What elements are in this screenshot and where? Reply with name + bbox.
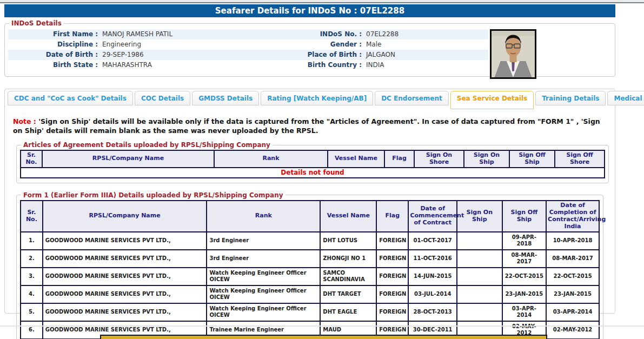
place-of-birth-value: JALGAON <box>365 50 488 60</box>
bottom-notice-panel-cropped <box>100 335 547 339</box>
tab-training-details[interactable]: Training Details <box>535 91 606 105</box>
sea-service-cell: FOREIGN <box>376 232 408 250</box>
sea-service-cell: 02-MAY-2012 <box>546 321 599 339</box>
form1-header-row: Sr.No.RPSL/Company NameRankVessel NameFl… <box>21 201 599 232</box>
detail-row-birth: Date of Birth : 29-SEP-1986 Place of Bir… <box>8 50 488 60</box>
tab-medical-fitness-certificate[interactable]: Medical Fitness Certificate <box>607 91 644 105</box>
details-not-found-message: Details not found <box>21 168 605 178</box>
discipline-label: Discipline : <box>8 39 101 50</box>
sea-service-cell: DHT TARGET <box>320 285 376 303</box>
date-of-birth-label: Date of Birth : <box>8 50 101 60</box>
articles-of-agreement-section: Articles of Agreement Details uploaded b… <box>16 141 609 183</box>
note-body: 'Sign on Ship' details will be available… <box>13 117 600 135</box>
sea-service-row: 5.GOODWOOD MARINE SERVICES PVT LTD.,Watc… <box>21 303 599 321</box>
column-header: Sign On Shore <box>414 150 464 168</box>
articles-empty-row: Details not found <box>21 168 605 178</box>
sea-service-cell: 28-OCT-2013 <box>408 303 457 321</box>
sea-service-cell: 6. <box>21 321 43 339</box>
sea-service-cell: DHT LOTUS <box>320 232 376 250</box>
sea-service-row: 4.GOODWOOD MARINE SERVICES PVT LTD.,Watc… <box>21 285 599 303</box>
first-name-value: MANOJ RAMESH PATIL <box>101 29 263 39</box>
tab-cdc-coc-as-cook-details[interactable]: CDC and "CoC as Cook" Details <box>8 91 133 105</box>
note-prefix: Note : <box>13 117 36 125</box>
sea-service-cell: FOREIGN <box>376 285 408 303</box>
note-text: Note : 'Sign on Ship' details will be av… <box>13 117 607 135</box>
sea-service-cell: 3rd Engineer <box>207 232 320 250</box>
column-header: Sign Off Ship <box>502 201 547 232</box>
browser-top-strip <box>0 0 644 3</box>
column-header: Sign Off Shore <box>555 150 605 168</box>
first-name-label: First Name : <box>8 29 101 39</box>
sea-service-cell: SAMCO SCANDINAVIA <box>320 268 376 285</box>
column-header: Rank <box>207 201 320 232</box>
sea-service-row: 1.GOODWOOD MARINE SERVICES PVT LTD.,3rd … <box>21 232 599 250</box>
sea-service-cell: GOODWOOD MARINE SERVICES PVT LTD., <box>43 250 207 268</box>
birth-state-value: MAHARASHTRA <box>101 60 263 70</box>
tab-sea-service-details[interactable]: Sea Service Details <box>450 91 534 109</box>
sea-service-cell: 22-OCT-2015 <box>546 268 599 285</box>
tab-bar: CDC and "CoC as Cook" DetailsCOC Details… <box>8 91 612 106</box>
indos-no-value: 07EL2288 <box>365 29 488 39</box>
tab-coc-details[interactable]: COC Details <box>135 91 190 105</box>
place-of-birth-label: Place of Birth : <box>263 50 365 60</box>
indos-detail-rows: First Name : MANOJ RAMESH PATIL INDoS No… <box>8 29 488 70</box>
discipline-value: Engineering <box>101 39 263 50</box>
column-header: Flag <box>376 201 408 232</box>
column-header: Sr.No. <box>21 201 43 232</box>
form1-sea-service-table: Sr.No.RPSL/Company NameRankVessel NameFl… <box>20 200 600 339</box>
indos-details-legend: INDoS Details <box>9 19 64 27</box>
tab-gmdss-details[interactable]: GMDSS Details <box>192 91 259 105</box>
sea-service-cell: 08-MAR-2017 <box>502 250 547 268</box>
gender-value: Male <box>365 39 488 50</box>
articles-of-agreement-legend: Articles of Agreement Details uploaded b… <box>21 141 273 149</box>
seafarer-photo-graphic <box>492 31 535 77</box>
sea-service-cell: GOODWOOD MARINE SERVICES PVT LTD., <box>43 232 207 250</box>
tab-rating-watch-keeping-ab[interactable]: Rating [Watch Keeping/AB] <box>261 91 373 105</box>
sea-service-cell: 23-JAN-2015 <box>546 285 599 303</box>
birth-country-value: INDIA <box>365 60 488 70</box>
sea-service-cell: 2. <box>21 250 43 268</box>
articles-header-row: Sr.No.RPSL/Company NameRankVessel NameFl… <box>21 150 605 168</box>
column-header: Rank <box>214 150 328 168</box>
sea-service-cell <box>457 303 502 321</box>
sea-service-cell <box>457 232 502 250</box>
column-header: Vessel Name <box>328 150 384 168</box>
detail-row-discipline: Discipline : Engineering Gender : Male <box>8 39 488 50</box>
detail-row-name: First Name : MANOJ RAMESH PATIL INDoS No… <box>8 29 488 39</box>
tab-dc-endorsement[interactable]: DC Endorsement <box>375 91 449 105</box>
sea-service-cell: 3. <box>21 268 43 285</box>
date-of-birth-value: 29-SEP-1986 <box>101 50 263 60</box>
sea-service-cell: 23-JAN-2015 <box>502 285 547 303</box>
sea-service-cell: 14-JUN-2015 <box>408 268 457 285</box>
sea-service-cell: Watch Keeping Engineer Officer OICEW <box>207 285 320 303</box>
sea-service-cell <box>457 250 502 268</box>
column-header: Date of Commencement of Contract <box>408 201 457 232</box>
sea-service-cell: FOREIGN <box>376 268 408 285</box>
sea-service-row: 3.GOODWOOD MARINE SERVICES PVT LTD.,Watc… <box>21 268 599 285</box>
page-container: Seafarer Details for INDoS No : 07EL2288… <box>4 4 615 314</box>
column-header: Sign Off Ship <box>509 150 555 168</box>
sea-service-cell: 22-OCT-2015 <box>502 268 547 285</box>
column-header: Flag <box>384 150 414 168</box>
sea-service-cell: 5. <box>21 303 43 321</box>
column-header: Vessel Name <box>320 201 376 232</box>
column-header: RPSL/Company Name <box>42 150 214 168</box>
sea-service-cell: 1. <box>21 232 43 250</box>
sea-service-cell: GOODWOOD MARINE SERVICES PVT LTD., <box>43 268 207 285</box>
bottom-divider <box>0 325 644 327</box>
sea-service-row: 2.GOODWOOD MARINE SERVICES PVT LTD.,3rd … <box>21 250 599 268</box>
sea-service-cell: 03-JUL-2014 <box>408 285 457 303</box>
sea-service-cell: Watch Keeping Engineer Officer OICEW <box>207 268 320 285</box>
sea-service-cell: 08-MAR-2017 <box>546 250 599 268</box>
column-header: Sr.No. <box>21 150 42 168</box>
sea-service-cell <box>457 268 502 285</box>
tab-content-panel: CDC and "CoC as Cook" DetailsCOC Details… <box>4 89 615 314</box>
sea-service-cell: 4. <box>21 285 43 303</box>
sea-service-cell: ZHONGJI NO 1 <box>320 250 376 268</box>
sea-service-cell: GOODWOOD MARINE SERVICES PVT LTD., <box>43 285 207 303</box>
indos-details-section: INDoS Details First Name : MANOJ RAMESH … <box>4 19 615 77</box>
column-header: Date of Completion of Contract/Arriving … <box>546 201 599 232</box>
form1-legend: Form 1 (Earlier Form IIIA) Details uploa… <box>21 191 286 199</box>
sea-service-cell: GOODWOOD MARINE SERVICES PVT LTD., <box>43 303 207 321</box>
sea-service-cell: FOREIGN <box>376 303 408 321</box>
